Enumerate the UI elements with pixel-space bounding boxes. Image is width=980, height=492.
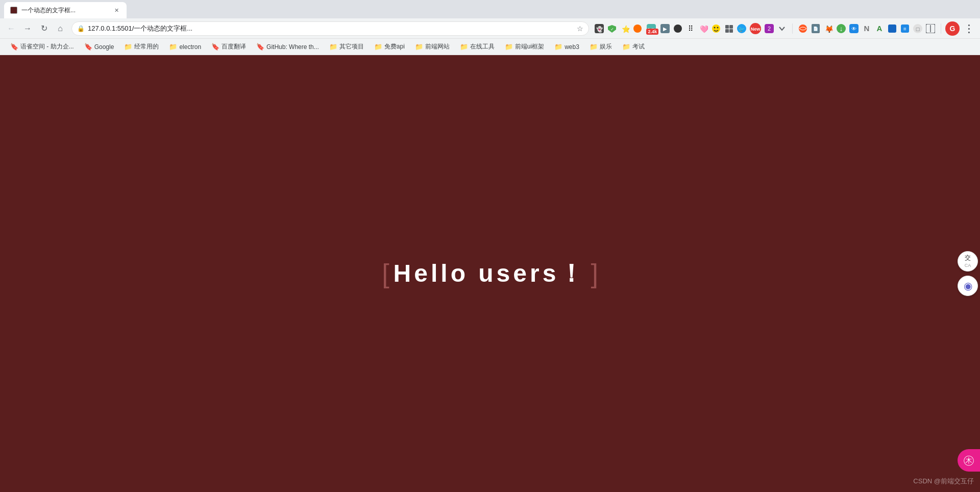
ext-grid-icon[interactable]: [723, 22, 735, 35]
more-menu-button[interactable]: ⋮: [962, 21, 976, 36]
svg-text:2: 2: [768, 26, 771, 32]
bookmark-item[interactable]: 🔖GitHub: Where th...: [252, 41, 323, 52]
bookmark-label: 其它项目: [339, 42, 364, 51]
svg-point-14: [717, 27, 719, 28]
ext-face-icon[interactable]: [710, 22, 722, 35]
svg-text:↓: ↓: [840, 24, 843, 33]
ext-link-icon[interactable]: ≡: [899, 22, 911, 35]
svg-text:👻: 👻: [596, 26, 603, 32]
back-button[interactable]: ←: [4, 21, 18, 36]
ext-new-icon[interactable]: New: [748, 21, 763, 36]
toolbar: ← → ↻ ⌂ 🔒 127.0.0.1:5501/一个动态的文字框... ☆ 👻…: [0, 18, 980, 39]
bracket-left: [: [382, 260, 389, 287]
bookmark-item[interactable]: 🔖语雀空间 - 助力企...: [6, 41, 78, 53]
ext-2-4k-icon[interactable]: 2.4k 2.4k: [644, 21, 658, 36]
bookmark-item[interactable]: 📁考试: [618, 41, 649, 53]
browser-frame: 一个动态的文字框... ✕ ← → ↻ ⌂ 🔒 127.0.0.1:5501/一…: [0, 0, 980, 492]
tab-close-button[interactable]: ✕: [112, 6, 120, 14]
bookmark-item[interactable]: 📁在线工具: [456, 41, 499, 53]
ext-pink-icon[interactable]: 🩷: [697, 22, 709, 35]
bookmark-label: web3: [565, 43, 579, 51]
ext-n-icon[interactable]: N: [861, 22, 873, 35]
ext-eye-icon[interactable]: 👁: [848, 22, 860, 35]
ext-blue-star-icon[interactable]: ⭐: [619, 22, 631, 35]
svg-text:🩷: 🩷: [700, 25, 708, 33]
bookmark-item[interactable]: 📁electron: [165, 41, 205, 52]
bookmark-bar: 🔖语雀空间 - 助力企...🔖Google📁经常用的📁electron🔖百度翻译…: [0, 39, 980, 55]
ext-blue-sq-icon[interactable]: [886, 22, 898, 35]
bookmark-item[interactable]: 📁其它项目: [325, 41, 368, 53]
folder-icon: 📁: [460, 43, 468, 51]
bookmark-item[interactable]: 📁web3: [550, 41, 583, 52]
folder-icon: 📁: [329, 43, 337, 51]
address-bar[interactable]: 🔒 127.0.0.1:5501/一个动态的文字框... ☆: [71, 21, 589, 36]
reload-button[interactable]: ↻: [37, 21, 51, 36]
circle-icon: ◉: [964, 280, 972, 292]
svg-text:□: □: [916, 26, 920, 32]
svg-text:⭐: ⭐: [622, 25, 629, 33]
svg-text:🐦: 🐦: [738, 26, 745, 33]
bookmark-item[interactable]: 📁娱乐: [585, 41, 616, 53]
bookmark-icon: 🔖: [211, 43, 219, 51]
folder-icon: 📁: [554, 43, 562, 51]
ext-dark-icon[interactable]: [672, 22, 684, 35]
bookmark-item[interactable]: 🔖Google: [80, 41, 118, 52]
active-tab[interactable]: 一个动态的文字框... ✕: [4, 2, 127, 18]
bookmark-icon: 🔖: [256, 43, 264, 51]
circle-mode-button[interactable]: ◉: [958, 276, 978, 296]
profile-avatar[interactable]: G: [945, 21, 960, 36]
ext-shield-icon[interactable]: ✓: [606, 22, 618, 35]
svg-rect-18: [729, 29, 733, 33]
bookmark-item[interactable]: 📁免费api: [370, 41, 409, 53]
svg-text:🦊: 🦊: [825, 25, 833, 33]
ext-film-icon[interactable]: ▶: [659, 22, 671, 35]
svg-point-10: [674, 24, 682, 33]
main-heading: Hello users！: [394, 257, 587, 290]
svg-rect-16: [729, 25, 733, 29]
ext-ghost-icon[interactable]: 👻: [593, 22, 605, 35]
ext-ball-icon[interactable]: [797, 22, 809, 35]
extension-icons-area: 👻 ✓ ⭐ 2.4k 2.4k ▶: [593, 21, 788, 36]
user-float-button[interactable]: ㊍: [958, 449, 980, 472]
bookmark-label: 免费api: [384, 42, 405, 51]
ext-split-icon[interactable]: [924, 22, 937, 35]
ext-a-icon[interactable]: A: [873, 22, 886, 35]
ext-bird-icon[interactable]: 🐦: [736, 22, 748, 35]
svg-point-5: [633, 24, 642, 33]
lock-icon: 🔒: [77, 25, 85, 32]
svg-rect-17: [725, 29, 729, 33]
bookmark-item[interactable]: 📁前端网站: [411, 41, 454, 53]
side-buttons: 交CA ◉: [958, 251, 980, 296]
ext-doc-icon[interactable]: 📄: [810, 22, 822, 35]
translate-icon: 交CA: [965, 254, 971, 269]
ext-fox-icon[interactable]: 🦊: [822, 22, 835, 35]
folder-icon: 📁: [622, 43, 630, 51]
bookmark-label: 语雀空间 - 助力企...: [20, 42, 74, 51]
svg-text:📄: 📄: [813, 26, 818, 31]
folder-icon: 📁: [415, 43, 423, 51]
folder-icon: 📁: [590, 43, 598, 51]
bookmark-label: electron: [179, 43, 201, 51]
right-toolbar-icons: 📄 🦊 ↓ 👁 N A ≡: [797, 22, 937, 35]
watermark-text: CSDN @前端交互仔: [913, 477, 974, 485]
bracket-right: ]: [591, 260, 598, 287]
ext-download-icon[interactable]: ↓: [835, 22, 847, 35]
home-button[interactable]: ⌂: [53, 21, 67, 36]
bookmark-icon: 🔖: [84, 43, 92, 51]
ext-num2-icon[interactable]: 2: [763, 22, 775, 35]
folder-icon: 📁: [374, 43, 382, 51]
svg-text:👁: 👁: [851, 26, 856, 32]
ext-dropdown-icon[interactable]: [776, 22, 788, 35]
bookmark-star-icon[interactable]: ☆: [577, 24, 583, 33]
bookmark-item[interactable]: 📁前端ui框架: [501, 41, 548, 53]
svg-rect-15: [725, 25, 729, 29]
ext-orange-icon[interactable]: [631, 22, 644, 35]
bookmark-item[interactable]: 📁经常用的: [120, 41, 163, 53]
bookmark-label: 前端网站: [425, 42, 450, 51]
ext-phone-icon[interactable]: □: [912, 22, 924, 35]
translate-button[interactable]: 交CA: [958, 251, 978, 272]
folder-icon: 📁: [124, 43, 132, 51]
ext-dots-icon[interactable]: ⠿: [684, 22, 697, 35]
forward-button[interactable]: →: [20, 21, 35, 36]
bookmark-item[interactable]: 🔖百度翻译: [207, 41, 250, 53]
